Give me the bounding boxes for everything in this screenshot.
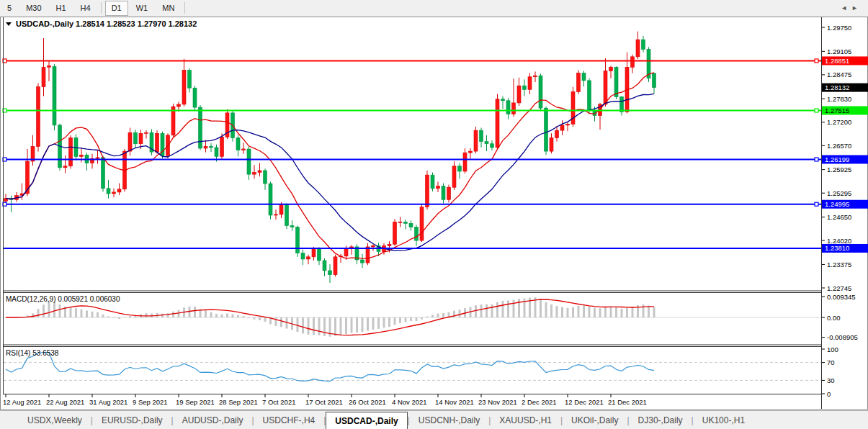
chart-tab-ukoil-daily[interactable]: UKOil-,Daily [563,411,627,429]
date-label: 12 Aug 2021 [3,398,41,406]
date-label: 23 Nov 2021 [478,398,517,406]
rsi-axis-label: 70 [827,358,835,366]
date-label: 2 Dec 2021 [522,398,557,406]
date-label: 28 Sep 2021 [219,398,258,406]
hline-handle-right[interactable] [815,59,818,63]
chart-tabbar: USDX,Weekly|EURUSD-,Daily|AUDUSD-,Daily|… [0,410,868,429]
chart-tab-usdchf-h4[interactable]: USDCHF-,H4 [254,411,324,429]
date-label: 12 Dec 2021 [565,398,604,406]
timeframe-button-w1[interactable]: W1 [130,1,155,16]
price-badge-label: 1.23810 [825,244,849,252]
chart-tab-eurusd-daily[interactable]: EURUSD-,Daily [93,411,171,429]
price-badge-label: 1.28132 [825,83,849,91]
date-label: 9 Sep 2021 [133,398,168,406]
tab-scroll-arrows: ◄► [841,4,862,12]
date-label: 17 Oct 2021 [305,398,343,406]
chart-tab-audusd-daily[interactable]: AUDUSD-,Daily [174,411,252,429]
chart-tab-usdcad-daily[interactable]: USDCAD-,Daily [326,412,407,429]
macd-axis-label: -0.008905 [827,333,858,341]
price-tick-label: 1.27200 [827,118,851,126]
date-label: 4 Nov 2021 [392,398,427,406]
hline-handle-right[interactable] [815,202,818,206]
chart-tab-xauusd-h1[interactable]: XAUUSD-,H1 [491,411,560,429]
chart-canvas[interactable]: USDCAD-,Daily 1.28514 1.28523 1.27970 1.… [0,17,868,410]
timeframe-button-mn[interactable]: MN [156,1,181,16]
timeframe-button-d1[interactable]: D1 [105,1,128,16]
chart-tab-dj30-daily[interactable]: DJ30-,Daily [630,411,692,429]
timeframe-button-h1[interactable]: H1 [50,1,73,16]
date-label: 22 Aug 2021 [46,398,84,406]
chart-tab-usdcnh-daily[interactable]: USDCNH-,Daily [410,411,488,429]
price-badge-label: 1.28851 [825,57,849,65]
date-label: 19 Sep 2021 [176,398,215,406]
timeframe-button-5[interactable]: 5 [1,1,18,16]
price-tick-label: 1.26570 [827,142,851,150]
trading-terminal-window: 5M30H1H4D1W1MN USDCAD-,Daily 1.28514 1.2… [0,0,868,429]
tab-scroll-left-icon[interactable]: ◄ [841,4,851,12]
date-label: 26 Oct 2021 [349,398,386,406]
price-tick-label: 1.27830 [827,95,851,103]
toolbar-separator [184,2,185,14]
hline-handle-right[interactable] [815,109,818,112]
timeframe-toolbar: 5M30H1H4D1W1MN [0,0,868,16]
chart-tab-usdx-weekly[interactable]: USDX,Weekly [19,411,91,429]
price-tick-label: 1.24650 [827,213,851,221]
rsi-axis-label: 30 [827,376,835,384]
price-badge-label: 1.27515 [825,107,849,114]
macd-axis-label: 0.00 [827,314,841,322]
price-badge-label: 1.26199 [825,155,849,163]
date-label: 7 Oct 2021 [262,398,295,406]
price-tick-label: 1.25925 [827,166,851,173]
tab-scroll-right-icon[interactable]: ► [851,4,862,12]
timeframe-button-h4[interactable]: H4 [74,1,97,16]
timeframe-button-m30[interactable]: M30 [19,1,48,16]
macd-axis-label: 0.009345 [827,293,856,301]
rsi-axis-label: 100 [827,346,838,353]
price-tick-label: 1.28475 [827,71,851,78]
price-tick-label: 1.23375 [827,261,851,268]
price-tick-label: 1.24020 [827,237,851,245]
price-badge-label: 1.24995 [825,200,849,208]
chart-window: USDCAD-,Daily 1.28514 1.28523 1.27970 1.… [0,17,868,410]
price-tick-label: 1.25295 [827,189,851,197]
macd-label: MACD(12,26,9) 0.005921 0.006030 [6,295,120,303]
date-label: 14 Nov 2021 [435,398,474,406]
rsi-label: RSI(14) 53.6538 [6,349,59,357]
price-tick-label: 1.29750 [827,24,851,32]
date-label: 21 Dec 2021 [608,398,647,406]
chart-tab-uk100-h1[interactable]: UK100-,H1 [694,411,753,429]
price-tick-label: 1.29105 [827,48,851,55]
hline-handle-right[interactable] [815,158,818,161]
toolbar-separator [101,2,102,14]
date-label: 31 Aug 2021 [89,398,127,406]
chart-title: USDCAD-,Daily 1.28514 1.28523 1.27970 1.… [16,19,197,28]
price-tick-label: 1.22745 [827,284,851,292]
rsi-axis-label: 0 [827,390,831,398]
